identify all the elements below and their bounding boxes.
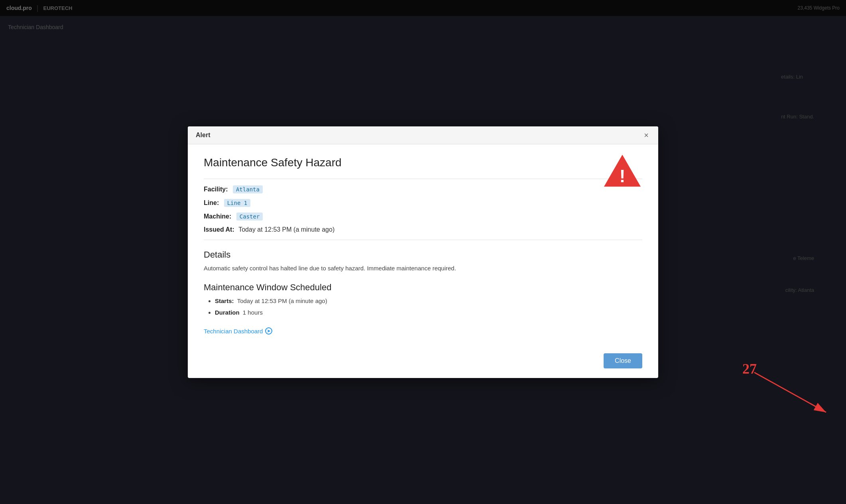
annotation-number: 27: [742, 360, 757, 377]
maintenance-list: Starts: Today at 12:53 PM (a minute ago)…: [204, 297, 642, 317]
line-label: Line:: [204, 199, 219, 206]
details-heading: Details: [204, 250, 642, 260]
svg-text:!: !: [620, 166, 626, 186]
modal-header: Alert ×: [188, 126, 658, 144]
modal-overlay: Alert × ! Maintenance Safety Hazard Faci…: [0, 0, 846, 504]
warning-icon-container: !: [602, 152, 642, 190]
modal-footer: Close: [188, 347, 658, 378]
alert-heading: Maintenance Safety Hazard: [204, 156, 642, 169]
machine-label: Machine:: [204, 213, 231, 220]
duration-value: 1 hours: [243, 309, 263, 316]
issued-at-row: Issued At: Today at 12:53 PM (a minute a…: [204, 226, 642, 233]
duration-label: Duration: [215, 309, 240, 316]
modal-title: Alert: [196, 132, 210, 139]
technician-dashboard-link[interactable]: Technician Dashboard ➤: [204, 327, 272, 335]
annotation-arrow-svg: [750, 368, 838, 420]
modal-body: ! Maintenance Safety Hazard Facility: At…: [188, 144, 658, 347]
facility-label: Facility:: [204, 186, 228, 193]
maintenance-duration-item: Duration 1 hours: [215, 308, 642, 317]
starts-label: Starts:: [215, 297, 234, 304]
details-text: Automatic safety control has halted line…: [204, 264, 642, 273]
tech-dashboard-link-label: Technician Dashboard: [204, 328, 263, 335]
modal-close-x-button[interactable]: ×: [642, 131, 650, 139]
machine-value: Caster: [236, 213, 263, 220]
line-value: Line 1: [224, 199, 251, 207]
divider-2: [204, 240, 642, 240]
link-arrow-icon: ➤: [265, 327, 272, 335]
issued-at-label: Issued At:: [204, 226, 234, 233]
facility-value: Atlanta: [233, 185, 263, 193]
close-button[interactable]: Close: [604, 353, 642, 368]
facility-row: Facility: Atlanta: [204, 185, 642, 193]
issued-at-value: Today at 12:53 PM (a minute ago): [238, 226, 334, 233]
maintenance-starts-item: Starts: Today at 12:53 PM (a minute ago): [215, 297, 642, 306]
maintenance-window-heading: Maintenance Window Scheduled: [204, 282, 642, 293]
starts-value: Today at 12:53 PM (a minute ago): [237, 297, 327, 304]
alert-modal: Alert × ! Maintenance Safety Hazard Faci…: [188, 126, 658, 378]
divider-1: [204, 179, 642, 179]
line-row: Line: Line 1: [204, 199, 642, 207]
warning-triangle-icon: !: [602, 152, 642, 188]
machine-row: Machine: Caster: [204, 213, 642, 220]
svg-line-3: [754, 372, 826, 412]
